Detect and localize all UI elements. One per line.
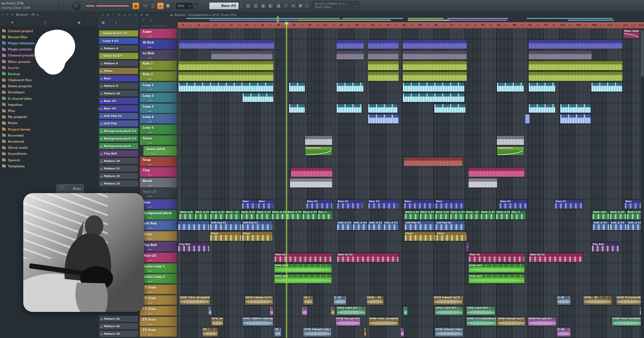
playlist-clip[interactable]: Back..uck [592,210,609,220]
vertical-scrollbar[interactable] [641,29,644,338]
playlist-clip[interactable]: Back.. #2 [465,210,480,220]
playlist-clip[interactable] [368,104,398,113]
playlist-clip[interactable] [528,82,556,92]
pattern-item[interactable]: •Ghost Kick?? #2 [99,30,138,37]
playlist-clip[interactable] [368,114,399,124]
playlist-clip[interactable]: Tiny Bell [178,242,210,252]
playlist-clip[interactable]: VOX1 Fr..SweepDown [466,317,497,327]
playlist-clip[interactable] [402,72,467,81]
track-header[interactable]: Snare pitch [143,146,177,156]
playlist-clip[interactable]: Back..k #2 [496,210,511,220]
track-header[interactable]: Loop 1 [140,82,177,92]
browser-item[interactable]: Impulses [0,102,97,108]
playhead-marker[interactable] [284,22,289,25]
playlist-clip[interactable]: ▾ [525,114,530,124]
playlist-clip[interactable]: Back..k #2 [302,210,317,220]
playlist-clip[interactable] [402,50,467,60]
track-header[interactable]: FX Train [140,327,177,337]
playlist-clip[interactable]: Piano [404,231,436,241]
playlist-clip[interactable]: VE.. [202,327,218,337]
playlist-clip[interactable]: Bac..2 [511,210,526,220]
playlist-clip[interactable]: Soft..d #3 [383,221,399,230]
pattern-item[interactable]: ▤Bass #3 [99,105,138,112]
delete-tool-icon[interactable]: ⊘ [118,13,121,16]
track-header[interactable]: FX Train [140,295,177,305]
playlist-clip[interactable]: Piano [436,231,467,241]
playlist-clip[interactable]: VFX2 Do..eps 24 [336,317,361,327]
metronome-bell-button[interactable] [165,3,171,9]
playlist-clip[interactable]: Back..k #2 [404,210,419,220]
playlist-clip[interactable]: Snare pitch [497,146,524,156]
playlist-clip[interactable]: Back..k #2 [210,210,225,220]
playlist-clip[interactable] [402,93,465,103]
browser-item[interactable]: Templates [0,163,97,169]
playlist-clip[interactable]: VEH1..- 01 [583,295,612,305]
track-header[interactable]: Loop 4 [140,114,177,124]
track-header[interactable]: Ride 2 [140,71,177,81]
playlist-clip[interactable] [468,167,525,177]
playlist-clip[interactable] [289,82,305,92]
playlist-clip[interactable]: Mast..lume [623,29,640,39]
playlist-clip[interactable]: Soft Pad #2 [241,221,273,230]
undo-icon[interactable]: ↶ [6,13,9,16]
pattern-item[interactable]: •Ghost Kick?? [99,53,138,59]
add-track-icon[interactable]: + [150,19,152,22]
typing-keyboard-button[interactable]: ▦ [132,3,139,9]
track-header[interactable]: Bass [140,199,177,209]
track-header[interactable]: Loop 3 [140,103,177,113]
browser-item[interactable]: Misc [0,108,97,114]
playlist-clip[interactable]: Bass #1 [555,200,583,209]
pattern-item[interactable]: •Loop 4 #2 [99,38,138,44]
snap-selector[interactable]: Line▸ [176,3,192,9]
playback-marker-icon[interactable]: ◈ [146,13,148,16]
piano-roll-button[interactable]: ▥ [252,3,259,9]
browser-item[interactable]: Soundfonts [0,151,97,157]
playlist-clip[interactable] [179,40,274,49]
pattern-item[interactable]: ▤Background pluck #3 [99,135,138,142]
playlist-clip[interactable]: Bass #2 [499,200,528,209]
playlist-clip[interactable]: Bass [435,200,465,209]
playlist-clip[interactable] [368,72,399,81]
track-header[interactable]: Ride 1 [140,60,177,70]
playlist-clip[interactable]: Back..k #2 [271,210,287,220]
playlist-clip[interactable]: VFX2 Do..eps 26 [528,317,557,327]
playlist-clip[interactable]: Soft Pad #2 [404,221,435,230]
playlist-clip[interactable] [336,50,364,60]
pattern-item[interactable]: ▤Pattern 41 [99,315,138,322]
playlist-clip[interactable]: Tiny Bell [591,242,620,252]
playlist-clip[interactable]: VEC4 Sweeps Up 32 [433,295,463,305]
playlist-clip[interactable] [528,104,556,113]
track-header[interactable]: Loop 2 [140,93,177,103]
browser-header[interactable]: ↑ ↶ ⊙ Browser - All ▸ [1,13,39,16]
pattern-item[interactable]: ▤Pattern 21 [99,165,138,172]
playlist-clip[interactable] [497,136,524,145]
track-header[interactable]: Snap [140,157,177,167]
playlist-clip[interactable]: Soft Pad #2 [435,221,465,230]
playlist-clip[interactable]: Soft Pad #2 [210,221,241,230]
playlist-clip[interactable]: Main LD [274,253,332,263]
playlist-clip[interactable] [400,327,404,337]
playlist-clip[interactable] [368,50,399,60]
playlist-clip[interactable]: Back..k #3 [287,210,302,220]
mixer-button[interactable]: ◧ [267,3,274,9]
file-icon[interactable]: ▯ [44,20,47,24]
playlist-clip[interactable]: Back..k #2 [240,210,256,220]
playlist-clip[interactable] [336,40,364,49]
download-version-button[interactable]: ⭣ [303,3,310,9]
browser-toggle-button[interactable]: ◨ [275,3,282,9]
track-header[interactable]: FX Train [140,284,177,294]
playlist-clip[interactable]: VE.. [303,295,313,305]
main-volume-knob[interactable] [73,2,80,10]
playlist-clip[interactable]: Soft..d #3 [337,221,352,230]
playlist-clip[interactable]: Back..k #3 [450,210,465,220]
pattern-stepper[interactable]: ▴▾ [239,2,243,10]
pattern-item[interactable]: ▤Soft Pad #2 [99,113,138,119]
playlist-clip[interactable]: Bass #3 [337,200,363,209]
playlist-clip[interactable]: Guit..op 2 [468,264,525,273]
playlist-clip[interactable]: Bass #2 [306,200,333,209]
playlist-clip[interactable]: Back..k #2 [419,210,435,220]
slider-handle[interactable] [94,3,96,9]
pattern-item[interactable]: ▤Background pluck [99,143,138,150]
version-info-panel[interactable]: 26.10 FL STUDIO 21.2 | What's New? ▸ [312,1,359,11]
scrollbar-handle[interactable] [641,30,644,77]
